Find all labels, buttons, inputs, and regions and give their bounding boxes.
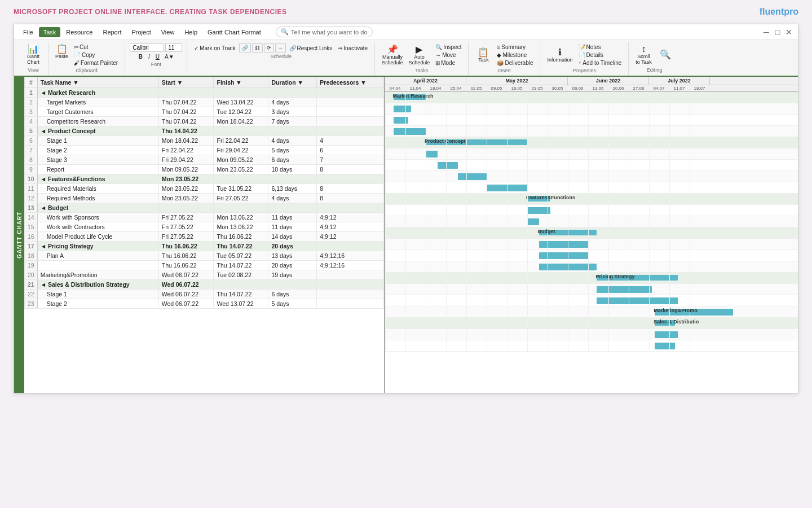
inactivate-button[interactable]: ⇒ Inactivate [336,45,370,52]
summary-button[interactable]: ≡ Summary [495,43,535,51]
menu-task[interactable]: Task [39,27,61,37]
gantt-bar[interactable] [527,218,539,225]
menu-report[interactable]: Report [98,27,126,37]
font-size-input[interactable] [165,43,182,52]
grid-line [548,340,548,351]
add-timeline-button[interactable]: + Add to Timeline [576,59,624,67]
search-button[interactable]: 🔍 [655,49,676,60]
unlink-icon[interactable]: ⛓ [252,43,263,52]
gantt-bar[interactable] [426,151,438,157]
task-insert-button[interactable]: 📋 Task [473,47,493,64]
gantt-bar[interactable] [597,286,652,293]
gantt-bar[interactable] [539,252,588,259]
scroll-to-task-button[interactable]: ↕ Scroll to Task [633,43,654,66]
manually-button[interactable]: 📌 Manually Schedule [379,44,405,67]
close-button[interactable]: ✕ [784,28,793,37]
link-icon[interactable]: 🔗 [239,43,251,52]
table-row[interactable]: 4 Competitors Research Thu 07.04.22 Mon … [25,117,384,126]
move-button[interactable]: ↔ Move [433,51,464,59]
menu-help[interactable]: Help [180,27,202,37]
menu-project[interactable]: Project [127,27,155,37]
details-button[interactable]: 📄 Details [576,51,624,59]
gantt-bar[interactable] [597,297,678,304]
paste-button[interactable]: 📋 Paste [53,43,70,60]
table-row[interactable]: 5 ◄ Product Concept Thu 14.04.22 [25,126,384,136]
table-row[interactable]: 19 Thu 16.06.22 Thu 14.07.22 20 days 4;9… [25,261,384,270]
col-task-name[interactable]: Task Name ▼ [37,77,158,88]
table-row[interactable]: 17 ◄ Pricing Strategy Thu 16.06.22 Thu 1… [25,242,384,251]
table-row[interactable]: 22 Stage 1 Wed 06.07.22 Thu 14.07.22 6 d… [25,290,384,299]
gantt-bar[interactable] [655,331,678,338]
deliverable-button[interactable]: 📦 Deliverable [495,59,535,67]
table-row[interactable]: 11 Required Materials Mon 23.05.22 Tue 3… [25,184,384,194]
table-row[interactable]: 12 Required Methods Mon 23.05.22 Fri 27.… [25,194,384,203]
minimize-button[interactable]: ─ [762,28,771,37]
table-row[interactable]: 1 ◄ Market Research [25,88,384,98]
gantt-bar[interactable] [539,241,588,248]
table-row[interactable]: 14 Work with Sponsors Fri 27.05.22 Mon 1… [25,213,384,222]
respect-links-button[interactable]: 🔗 Respect Links [287,45,335,52]
gantt-bar[interactable] [438,162,458,169]
table-row[interactable]: 6 Stage 1 Mon 18.04.22 Fri 22.04.22 4 da… [25,136,384,146]
gantt-bar[interactable] [458,173,487,180]
gantt-bar[interactable] [527,207,550,214]
bold-button[interactable]: B [136,53,145,60]
finish-cell: Tue 02.08.22 [214,270,268,280]
copy-button[interactable]: 📄 Copy [72,51,120,59]
gantt-bar[interactable] [655,343,675,349]
duration-cell: 19 days [268,270,317,280]
row-num: 12 [25,194,38,203]
table-row[interactable]: 8 Stage 3 Fri 29.04.22 Mon 09.05.22 6 da… [25,155,384,165]
table-row[interactable]: 18 Plan A Thu 16.06.22 Tue 05.07.22 13 d… [25,251,384,261]
tell-me-box[interactable]: 🔍 Tell me what you want to do [276,27,373,37]
task-name-cell: ◄ Market Research [37,88,158,98]
mode-button[interactable]: ⊞ Mode [433,59,464,67]
col-duration[interactable]: Duration ▼ [268,77,317,88]
underline-button[interactable]: U [153,53,162,60]
gantt-bar[interactable] [394,106,411,112]
maximize-button[interactable]: □ [773,28,782,37]
menu-bar: File Task Resource Report Project View H… [14,24,798,40]
col-start[interactable]: Start ▼ [158,77,214,88]
gantt-row: Pricing Strategy [385,273,798,284]
font-name-input[interactable] [130,43,164,52]
gantt-chart-button[interactable]: 📊 Gantt Chart [23,43,43,66]
inspect-button[interactable]: 🔍 Inspect [433,43,464,51]
gantt-chart-area[interactable]: April 2022May 2022June 2022July 202204.0… [385,77,798,393]
table-row[interactable]: 21 ◄ Sales & Distribution Strategy Wed 0… [25,280,384,290]
table-row[interactable]: 13 ◄ Budget [25,203,384,213]
font-color-button[interactable]: A▼ [163,53,176,60]
table-row[interactable]: 9 Report Mon 09.05.22 Mon 23.05.22 10 da… [25,165,384,174]
gantt-bar[interactable] [394,117,408,124]
menu-resource[interactable]: Resource [61,27,97,37]
cut-button[interactable]: ✂ Cut [72,43,120,51]
menu-view[interactable]: View [157,27,179,37]
information-button[interactable]: ℹ Information [545,47,575,64]
notes-button[interactable]: 📝 Notes [576,43,624,51]
grid-line [527,148,528,159]
italic-button[interactable]: I [146,53,152,60]
milestone-button[interactable]: ◆ Milestone [495,51,535,59]
auto-button[interactable]: ▶ Auto Schedule [407,44,433,67]
start-cell: Mon 23.05.22 [158,194,214,203]
table-row[interactable]: 23 Stage 2 Wed 06.07.22 Wed 13.07.22 5 d… [25,299,384,309]
col-predecessors[interactable]: Predecessors ▼ [317,77,384,88]
format-painter-button[interactable]: 🖌 Format Painter [72,59,120,67]
grid-line [649,340,650,351]
table-row[interactable]: 10 ◄ Features&Functions Mon 23.05.22 [25,174,384,184]
table-row[interactable]: 7 Stage 2 Fri 22.04.22 Fri 29.04.22 5 da… [25,146,384,155]
menu-file[interactable]: File [19,27,38,37]
duration-cell [268,174,317,184]
table-row[interactable]: 3 Target Customers Thu 07.04.22 Tue 12.0… [25,107,384,117]
table-row[interactable]: 15 Work with Contractors Fri 27.05.22 Mo… [25,222,384,232]
table-row[interactable]: 20 Marketing&Promotion Wed 06.07.22 Tue … [25,270,384,280]
mark-on-track-button[interactable]: ✓ Mark on Track [192,45,237,52]
gantt-bar[interactable] [394,128,426,135]
col-finish[interactable]: Finish ▼ [214,77,268,88]
finish-cell: Thu 16.06.22 [214,232,268,242]
table-row[interactable]: 2 Target Markets Thu 07.04.22 Wed 13.04.… [25,98,384,107]
menu-format[interactable]: Gantt Chart Format [203,27,266,37]
schedule-icon[interactable]: ⟳ [264,43,274,52]
indent-icon[interactable]: → [275,43,286,52]
table-row[interactable]: 16 Model Product Life Cycle Fri 27.05.22… [25,232,384,242]
